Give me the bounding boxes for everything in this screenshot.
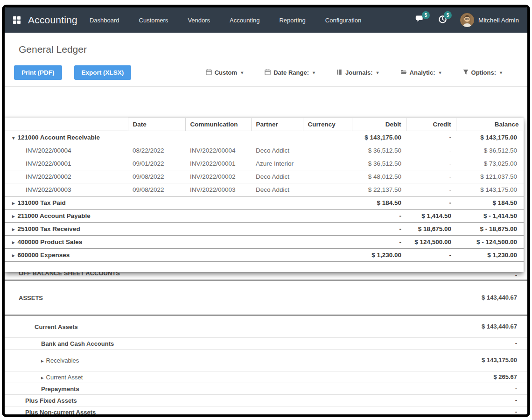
entry-date: 09/08/2022: [128, 170, 185, 183]
col-credit: Credit: [406, 118, 456, 131]
balance-amount: $ 36,512.50: [456, 144, 524, 157]
entry-partner: [251, 196, 303, 210]
credit-amount: -: [406, 131, 456, 144]
col-debit: Debit: [352, 118, 406, 131]
report-line-label: Prepayments: [5, 385, 79, 392]
nav-item-dashboard[interactable]: Dashboard: [90, 17, 119, 24]
account-name[interactable]: ▸211000 Account Payable: [5, 210, 128, 223]
caret-right-icon: ▸: [12, 239, 15, 245]
entry-date: [128, 249, 185, 262]
filter-custom-dropdown[interactable]: Custom▾: [206, 69, 243, 77]
print-pdf-button[interactable]: Print (PDF): [14, 65, 62, 80]
report-line-label: Current Assets: [5, 323, 78, 330]
report-line-plus-non-current-assets: Plus Non-current Assets-: [5, 406, 527, 417]
filter-label: Analytic:: [410, 69, 435, 76]
filter-icon: [463, 69, 469, 77]
account-name[interactable]: ▸600000 Expenses: [5, 249, 128, 262]
report-line-label: Plus Non-current Assets: [5, 409, 96, 416]
entry-partner: Azure Interior: [251, 157, 303, 170]
entry-date: [128, 196, 185, 210]
report-line-value: $ 143,175.00: [480, 356, 517, 365]
caret-right-icon: ▸: [12, 213, 15, 219]
entry-date: [128, 223, 185, 236]
chevron-down-icon: ▾: [500, 70, 502, 75]
account-group-row: ▾121000 Account Receivable$ 143,175.00-$…: [5, 131, 524, 144]
report-line-label: Plus Fixed Assets: [5, 397, 77, 404]
entry-communication: INV/2022/00004: [185, 144, 251, 157]
report-line-prepayments: Prepayments-: [5, 383, 527, 395]
balance-amount: $ - 18,675.00: [456, 223, 524, 236]
caret-right-icon: ▸: [41, 358, 44, 364]
action-buttons: Print (PDF) Export (XLSX): [14, 65, 131, 80]
filter-analytic-dropdown[interactable]: Analytic:▾: [400, 69, 441, 77]
credit-amount: -: [406, 144, 456, 157]
debit-amount: $ 48,012.50: [352, 170, 406, 183]
debit-amount: -: [352, 210, 406, 223]
nav-item-reporting[interactable]: Reporting: [279, 17, 305, 24]
user-name: Mitchell Admin: [478, 17, 519, 24]
nav-item-vendors[interactable]: Vendors: [188, 17, 210, 24]
report-line-current-asset[interactable]: ▸Current Asset$ 265.67: [5, 371, 527, 383]
entry-partner: [251, 223, 303, 236]
report-line-value: $ 265.67: [480, 372, 517, 382]
entry-currency: [303, 183, 352, 196]
caret-right-icon: ▸: [12, 252, 15, 258]
nav-item-customers[interactable]: Customers: [139, 17, 168, 24]
debit-amount: $ 1,230.00: [352, 249, 406, 262]
journal-entry-row: INV/2022/0000109/01/2022INV/2022/00001Az…: [5, 157, 524, 170]
col-balance: Balance: [456, 118, 524, 131]
entry-currency: [303, 170, 352, 183]
entry-name[interactable]: INV/2022/00004: [5, 144, 128, 157]
user-avatar: [460, 13, 474, 27]
col-communication: Communication: [185, 118, 251, 131]
debit-amount: $ 143,175.00: [352, 131, 406, 144]
balance-amount: $ 143,175.00: [456, 183, 524, 196]
account-name[interactable]: ▸251000 Tax Received: [5, 223, 128, 236]
header-divider: [5, 86, 527, 87]
report-line-receivables[interactable]: ▸Receivables$ 143,175.00: [5, 350, 527, 371]
filter-options-dropdown[interactable]: Options:▾: [463, 69, 502, 77]
report-line-value: -: [480, 384, 517, 393]
credit-amount: -: [406, 196, 456, 210]
account-name[interactable]: ▸400000 Product Sales: [5, 236, 128, 249]
account-name[interactable]: ▾121000 Account Receivable: [5, 131, 128, 144]
nav-item-accounting[interactable]: Accounting: [230, 17, 259, 24]
entry-date: [128, 131, 185, 144]
activities-button[interactable]: 5: [438, 15, 447, 26]
entry-name[interactable]: INV/2022/00001: [5, 157, 128, 170]
user-menu[interactable]: Mitchell Admin: [460, 13, 519, 27]
filter-label: Options:: [471, 69, 496, 76]
caret-right-icon: ▸: [41, 375, 44, 380]
messages-button[interactable]: 5: [415, 15, 425, 25]
entry-partner: Deco Addict: [251, 183, 303, 196]
report-line-current-assets: Current Assets$ 143,440.67: [5, 316, 527, 338]
col-account: [5, 118, 128, 131]
entry-name[interactable]: INV/2022/00002: [5, 170, 128, 183]
report-line-label: Bank and Cash Accounts: [5, 340, 114, 347]
debit-amount: $ 22,137.50: [352, 183, 406, 196]
entry-name[interactable]: INV/2022/00003: [5, 183, 128, 196]
entry-communication: INV/2022/00002: [185, 170, 251, 183]
apps-grid-icon[interactable]: [13, 16, 21, 24]
entry-partner: [251, 210, 303, 223]
caret-down-icon: ▾: [12, 135, 15, 140]
credit-amount: $ 124,500.00: [406, 236, 456, 249]
report-line-assets: ASSETS$ 143,440.67: [5, 281, 527, 316]
entry-currency: [303, 131, 352, 144]
caret-right-icon: ▸: [12, 200, 15, 206]
export-xlsx-button[interactable]: Export (XLSX): [74, 65, 132, 80]
credit-amount: $ 18,675.00: [406, 223, 456, 236]
book-icon: [336, 69, 343, 77]
entry-currency: [303, 157, 352, 170]
filter-label: Date Range:: [273, 69, 309, 76]
filter-journals-dropdown[interactable]: Journals:▾: [336, 69, 379, 77]
credit-amount: $ 1,414.50: [406, 210, 456, 223]
filter-date-range-dropdown[interactable]: Date Range:▾: [265, 69, 315, 77]
account-name[interactable]: ▸131000 Tax Paid: [5, 196, 128, 210]
nav-item-configuration[interactable]: Configuration: [325, 17, 361, 24]
filter-bar: Custom▾Date Range:▾Journals:▾Analytic:▾O…: [206, 69, 502, 77]
app-name[interactable]: Accounting: [28, 14, 77, 26]
journal-entry-row: INV/2022/0000209/08/2022INV/2022/00002De…: [5, 170, 524, 183]
debit-amount: -: [352, 223, 406, 236]
report-line-label: ▸Current Asset: [5, 374, 83, 381]
